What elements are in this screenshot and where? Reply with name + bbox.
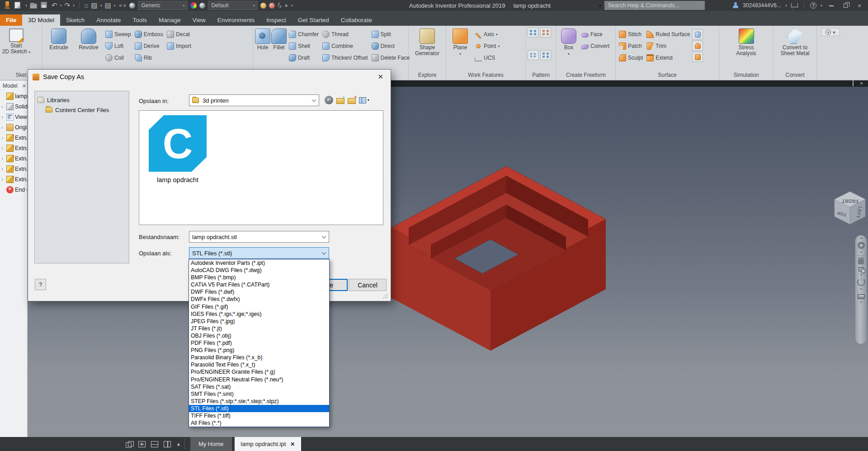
- arrange-vertical-icon[interactable]: [164, 441, 171, 447]
- plane-button[interactable]: Plane▾: [448, 28, 472, 57]
- appearance-select[interactable]: Default▾: [208, 1, 258, 10]
- browser-close-icon[interactable]: ✕: [22, 83, 26, 89]
- home-icon[interactable]: ⌂: [84, 2, 88, 9]
- trim-button[interactable]: Trim: [645, 41, 691, 51]
- navigation-wheel-icon[interactable]: [858, 242, 865, 249]
- expand-dock-icon[interactable]: ▲: [176, 442, 181, 446]
- tab-document[interactable]: lamp opdracht.ipt ✕: [235, 437, 302, 451]
- file-type-option[interactable]: JT Files (*.jt): [189, 325, 329, 332]
- save-icon[interactable]: [41, 2, 47, 8]
- file-type-option[interactable]: SMT Files (*.smt): [189, 390, 329, 398]
- minimize-button[interactable]: [826, 2, 836, 9]
- tree-expand-chevron[interactable]: ›: [1, 145, 5, 151]
- tree-item[interactable]: › lamp opdracht: [0, 91, 27, 101]
- new-folder-button[interactable]: [348, 98, 356, 104]
- arrange-horizontal-icon[interactable]: [151, 441, 158, 447]
- fillet-button[interactable]: Fillet: [271, 28, 287, 51]
- combine-button[interactable]: Combine: [321, 41, 369, 51]
- material-select[interactable]: Generic▾: [138, 1, 188, 10]
- loft-button[interactable]: Loft: [104, 41, 132, 51]
- tile-windows-icon[interactable]: [138, 441, 146, 447]
- material-browser-icon[interactable]: ▤: [104, 2, 111, 9]
- search-input[interactable]: [604, 1, 705, 10]
- zoom-icon[interactable]: [859, 267, 864, 272]
- file-type-option[interactable]: PNG Files (*.png): [189, 347, 329, 354]
- file-list[interactable]: C lamp opdracht: [139, 110, 383, 225]
- redo-icon[interactable]: ↷: [65, 2, 71, 9]
- adjust-material-icon[interactable]: [260, 3, 266, 9]
- revolve-button[interactable]: Revolve: [74, 28, 103, 51]
- delete-lump-button[interactable]: [692, 41, 703, 51]
- shell-button[interactable]: Shell: [288, 41, 320, 51]
- tree-expand-chevron[interactable]: ›: [1, 103, 5, 110]
- chamfer-button[interactable]: Chamfer: [288, 29, 320, 39]
- stitch-button[interactable]: Stitch: [618, 29, 644, 39]
- ribbon-tab[interactable]: View: [187, 14, 212, 26]
- dialog-cancel-button[interactable]: Cancel: [349, 279, 387, 291]
- tree-expand-chevron[interactable]: ›: [1, 135, 5, 141]
- convert-to-sheet-metal-button[interactable]: Convert toSheet Metal: [776, 28, 815, 56]
- render-icon[interactable]: ▨: [91, 2, 97, 9]
- back-button[interactable]: ↶: [325, 96, 333, 104]
- render-dropdown[interactable]: ▾: [100, 4, 102, 8]
- sculpt-button[interactable]: Sculpt: [618, 53, 644, 63]
- redo-dropdown[interactable]: ▾: [73, 4, 75, 8]
- ribbon-tab[interactable]: File: [0, 14, 22, 26]
- save-in-select[interactable]: 3d printen: [189, 94, 319, 106]
- file-type-option[interactable]: CATIA V5 Part Files (*.CATPart): [189, 281, 329, 288]
- start-2d-sketch-button[interactable]: Start2D Sketch ▾: [2, 28, 31, 55]
- app-store-cart-icon[interactable]: [791, 3, 798, 7]
- extrude-button[interactable]: Extrude: [44, 28, 73, 51]
- constraint-icon[interactable]: ∘∘: [118, 2, 127, 9]
- tree-item[interactable]: › Solid Bodies: [0, 101, 27, 112]
- filetype-select[interactable]: STL Files (*.stl): [189, 247, 329, 259]
- sketch-driven-pattern-button[interactable]: [540, 50, 551, 60]
- tab-close-icon[interactable]: ✕: [290, 441, 295, 447]
- orbit-dropdown[interactable]: ▾: [860, 287, 862, 291]
- ribbon-tab[interactable]: Sketch: [60, 14, 90, 26]
- file-type-option[interactable]: BMP Files (*.bmp): [189, 274, 329, 281]
- help-dropdown[interactable]: ▾: [821, 4, 822, 8]
- file-type-option[interactable]: Pro/ENGINEER Neutral Files (*.neu*): [189, 376, 329, 383]
- tree-item[interactable]: › Extrusion2: [0, 143, 27, 153]
- open-file-icon[interactable]: [30, 4, 37, 9]
- ucs-button[interactable]: UCS: [473, 53, 501, 63]
- navigation-wheel-dropdown[interactable]: ▾: [860, 250, 862, 254]
- filename-input[interactable]: lamp opdracht.stl: [189, 231, 329, 243]
- file-type-option[interactable]: PDF Files (*.pdf): [189, 339, 329, 347]
- cascade-windows-icon[interactable]: [126, 441, 133, 447]
- qat-customize-dropdown[interactable]: ▾: [291, 4, 293, 8]
- delete-face-button[interactable]: Delete Face: [370, 53, 411, 63]
- ribbon-tab[interactable]: Inspect: [260, 14, 292, 26]
- file-type-option[interactable]: Parasolid Text Files (*.x_t): [189, 361, 329, 368]
- extend-button[interactable]: Extend: [645, 53, 691, 63]
- undo-icon[interactable]: ↶: [52, 2, 57, 9]
- coil-button[interactable]: Coil: [104, 53, 132, 63]
- doc-restore-button[interactable]: [853, 81, 854, 86]
- ribbon-collapse-button[interactable]: ▼▾: [821, 28, 840, 36]
- doc-close-button[interactable]: ✕: [860, 81, 863, 86]
- dialog-resize-grip[interactable]: [382, 293, 388, 299]
- file-type-option[interactable]: JPEG Files (*.jpg): [189, 318, 329, 325]
- file-type-option[interactable]: GIF Files (*.gif): [189, 303, 329, 310]
- ribbon-tab[interactable]: Manage: [153, 14, 187, 26]
- freeform-face-button[interactable]: Face: [580, 29, 611, 39]
- clear-override-icon[interactable]: [269, 3, 275, 9]
- tree-item[interactable]: › Extrusion4: [0, 164, 27, 174]
- file-type-option[interactable]: STL Files (*.stl): [189, 405, 329, 412]
- replace-face-button[interactable]: [692, 29, 703, 39]
- tree-item[interactable]: › View: Master: [0, 112, 27, 122]
- patch-button[interactable]: Patch: [618, 41, 644, 51]
- ribbon-tab[interactable]: Tools: [127, 14, 153, 26]
- file-type-option[interactable]: SAT Files (*.sat): [189, 383, 329, 390]
- draft-button[interactable]: Draft: [288, 53, 320, 63]
- pan-icon[interactable]: [858, 259, 864, 264]
- file-type-option[interactable]: Parasolid Binary Files (*.x_b): [189, 354, 329, 361]
- ribbon-tab[interactable]: Annotate: [90, 14, 127, 26]
- up-one-level-button[interactable]: [336, 98, 344, 104]
- rectangular-pattern-button[interactable]: [528, 28, 538, 38]
- tree-item[interactable]: › Extrusion1: [0, 132, 27, 143]
- thread-button[interactable]: Thread: [321, 29, 369, 39]
- ribbon-tab[interactable]: Environments: [212, 14, 261, 26]
- sweep-button[interactable]: Sweep: [104, 29, 132, 39]
